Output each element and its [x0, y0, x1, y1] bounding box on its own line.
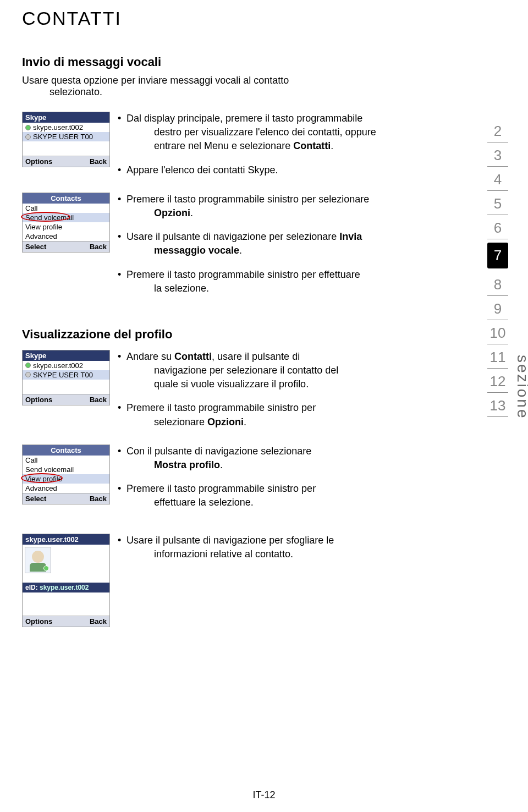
txt: Opzioni. [127, 206, 440, 220]
section-tab-9[interactable]: 9 [487, 296, 508, 320]
inst-item: Usare il pulsante di navigazione per sel… [116, 230, 440, 257]
section2-subtitle: Visualizzazione del profilo [22, 327, 440, 342]
phone-footer: Select Back [23, 493, 109, 504]
section-tab-8[interactable]: 8 [487, 272, 508, 296]
avatar-head-icon [32, 551, 44, 563]
bold: Mostra profilo [154, 459, 220, 470]
page-number: IT-12 [0, 789, 528, 801]
menu-send-voicemail: Send voicemail [23, 213, 109, 222]
txt: Dal display principale, premere il tasto… [127, 113, 362, 124]
bold: Contatti [293, 140, 331, 151]
status-online-icon [25, 363, 31, 368]
phone-user2: SKYPE USER T00 [33, 133, 93, 141]
inst-item: Premere il tasto programmabile sinistro … [116, 401, 440, 429]
section1-row1: Skype skype.user.t002 SKYPE USER T00 Opt… [22, 112, 440, 187]
txt: Premere il tasto programmabile sinistro … [127, 194, 369, 205]
section-tab-13[interactable]: 13 [487, 393, 508, 417]
phone-skype-1: Skype skype.user.t002 SKYPE USER T00 Opt… [22, 112, 116, 171]
inst-item: Premere il tasto programmabile sinistro … [116, 482, 440, 509]
menu-call: Call [23, 204, 109, 213]
phone-right-soft: Back [90, 157, 107, 166]
phone-footer: Options Back [23, 156, 109, 167]
inst-item: Usare il pulsante di navigazione per sfo… [116, 534, 440, 561]
section1-intro: Usare questa opzione per inviare messagg… [22, 75, 440, 98]
avatar-icon [25, 547, 51, 573]
txt: messaggio vocale. [127, 244, 440, 257]
bold: Contatti [174, 351, 212, 362]
txt: quale si vuole visualizzare il profilo. [127, 377, 440, 391]
section1-row2: Contacts Call Send voicemail View profil… [22, 193, 440, 305]
page-title: CONTATTI [22, 8, 122, 29]
section-tab-6[interactable]: 6 [487, 215, 508, 239]
section1-instr1: Dal display principale, premere il tasto… [116, 112, 440, 187]
txt: selezionare Opzioni. [127, 415, 440, 429]
section2: Visualizzazione del profilo Skype skype.… [22, 327, 440, 630]
phone-user1-row: skype.user.t002 [23, 123, 109, 132]
phone-body: Call Send voicemail View profile Advance… [23, 204, 109, 241]
phone-screen: Contacts Call Send voicemail View profil… [22, 445, 110, 504]
txt: . [190, 207, 193, 218]
section-tab-2[interactable]: 2 [487, 118, 508, 142]
txt: entrare nel Menu e selezionare [154, 140, 293, 151]
vertical-label-sezione: sezione [514, 355, 528, 420]
section-tab-3[interactable]: 3 [487, 142, 508, 167]
intro-line2: selezionato. [22, 86, 102, 97]
inst-item: Premere il tasto programmabile sinistro … [116, 268, 440, 295]
phone-body [23, 545, 109, 583]
txt: Con il pulsante di navigazione seleziona… [127, 446, 311, 457]
phone-title: Contacts [23, 193, 109, 204]
txt: Usare il pulsante di navigazione per sel… [127, 231, 339, 242]
section-tab-5[interactable]: 5 [487, 191, 508, 215]
section-tabs: 2345678910111213 [479, 118, 517, 417]
phone-user1: skype.user.t002 [33, 123, 83, 131]
txt: Andare su [127, 351, 174, 362]
section2-instr1: Andare su Contatti, usare il pulsante di… [116, 350, 440, 439]
phone-user1-row: skype.user.t002 [23, 361, 109, 370]
phone-right-soft: Back [90, 495, 107, 503]
txt: SKYPE USER T00 [33, 371, 93, 379]
section1-subtitle: Invio di messaggi vocali [22, 55, 440, 69]
txt: Premere il tasto programmabile sinistro … [127, 269, 360, 280]
phone-user2-row: SKYPE USER T00 [23, 132, 109, 141]
txt: , usare il pulsante di [212, 351, 300, 362]
phone-skype-2: Skype skype.user.t002 SKYPE USER T00 Opt… [22, 350, 116, 409]
inst-item: Andare su Contatti, usare il pulsante di… [116, 350, 440, 392]
txt: la selezione. [127, 282, 440, 295]
section-tab-7[interactable]: 7 [487, 243, 508, 268]
section2-row2: Contacts Call Send voicemail View profil… [22, 445, 440, 520]
section-tab-11[interactable]: 11 [487, 344, 508, 369]
txt: selezionare [154, 416, 207, 427]
bold: Invia [339, 231, 362, 242]
status-offline-icon [25, 372, 31, 377]
phone-left-soft: Options [25, 157, 52, 166]
inst-item: Premere il tasto programmabile sinistro … [116, 193, 440, 220]
phone-right-soft: Back [90, 396, 107, 404]
section2-instr2: Con il pulsante di navigazione seleziona… [116, 445, 440, 520]
bold: Opzioni [207, 416, 244, 427]
menu-call: Call [23, 456, 109, 465]
txt: . [244, 416, 246, 427]
section-tab-12[interactable]: 12 [487, 369, 508, 393]
phone-title: Skype [23, 350, 109, 361]
phone-left-soft: Options [25, 396, 52, 404]
phone-footer: Options Back [23, 616, 109, 627]
bold: Opzioni [154, 207, 190, 218]
txt: informazioni relative al contatto. [127, 547, 440, 561]
phone-left-soft: Options [25, 617, 52, 626]
section-tab-4[interactable]: 4 [487, 167, 508, 191]
phone-contacts-1: Contacts Call Send voicemail View profil… [22, 193, 116, 256]
section-tab-10[interactable]: 10 [487, 320, 508, 344]
phone-right-soft: Back [90, 243, 107, 251]
phone-title: Skype [23, 112, 109, 123]
phone-left-soft: Select [25, 495, 46, 503]
phone-screen: Skype skype.user.t002 SKYPE USER T00 Opt… [22, 350, 110, 405]
txt: entrare nel Menu e selezionare Contatti. [127, 139, 440, 153]
phone-body: Call Send voicemail View profile Advance… [23, 456, 109, 493]
phone-screen: Skype skype.user.t002 SKYPE USER T00 Opt… [22, 112, 110, 167]
phone-user2-row: SKYPE USER T00 [23, 370, 109, 380]
menu-view-profile: View profile [23, 222, 109, 232]
section1-instr2: Premere il tasto programmabile sinistro … [116, 193, 440, 305]
txt: . [220, 459, 223, 470]
phone-footer: Options Back [23, 394, 109, 405]
txt: . [239, 245, 242, 256]
